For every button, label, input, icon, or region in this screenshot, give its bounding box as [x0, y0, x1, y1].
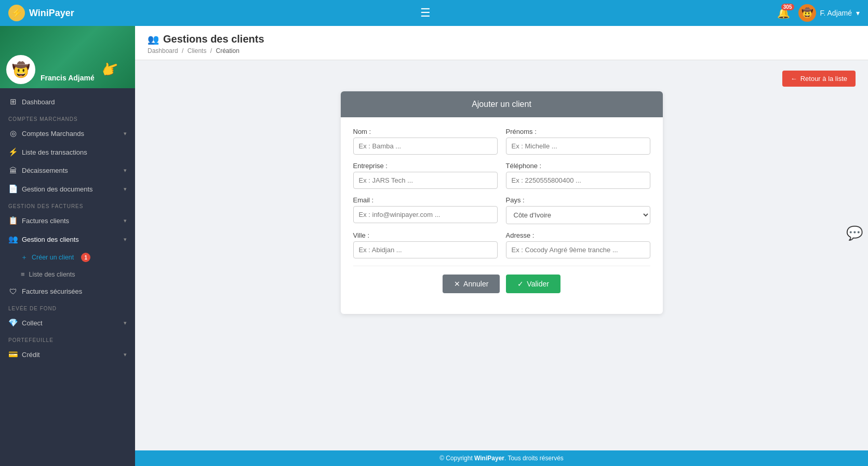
form-title: Ajouter un client [472, 100, 531, 108]
page-body: ← Retour à la liste Ajouter un client No… [135, 60, 868, 450]
sidebar-item-credit[interactable]: 💳 Crédit ▾ [0, 345, 135, 364]
breadcrumb-sep-1: / [182, 47, 183, 54]
validate-button[interactable]: ✓ Valider [506, 275, 560, 293]
cursor-arrow-icon: 👉 [99, 58, 122, 80]
cancel-button[interactable]: ✕ Annuler [443, 275, 500, 293]
decaissements-icon: 🏛 [8, 166, 18, 175]
form-divider [353, 266, 650, 266]
sidebar-sub-creer-client[interactable]: ＋ Créer un client 1 [0, 249, 135, 266]
sidebar-avatar: 🤠 [6, 55, 35, 84]
input-prenoms[interactable] [506, 138, 650, 155]
sidebar-item-dashboard[interactable]: ⊞ Dashboard [0, 92, 135, 111]
form-row-2: Entreprise : Téléphone : [353, 162, 650, 189]
sidebar-item-collect[interactable]: 💎 Collect ▾ [0, 313, 135, 332]
form-group-telephone: Téléphone : [506, 162, 650, 189]
collect-icon: 💎 [8, 318, 18, 327]
footer-copyright: © Copyright [439, 455, 474, 462]
footer-suffix: . Tous droits réservés [504, 455, 564, 462]
sidebar-item-decaissements[interactable]: 🏛 Décaissements ▾ [0, 161, 135, 180]
chevron-icon-5: ▾ [124, 236, 127, 243]
sidebar-sub-label-creer: Créer un client [32, 254, 74, 261]
shield-icon: 🛡 [8, 287, 18, 296]
form-actions: ✕ Annuler ✓ Valider [353, 275, 650, 304]
user-menu[interactable]: 🤠 F. Adjamé ▾ [798, 4, 860, 22]
chevron-icon-3: ▾ [124, 186, 127, 193]
page-header: 👥 Gestions des clients Dashboard / Clien… [135, 26, 868, 60]
badge-creer-client: 1 [81, 253, 90, 262]
sidebar-label-transactions: Liste des transactions [22, 148, 87, 156]
form-group-prenoms: Prénoms : [506, 128, 650, 155]
input-adresse[interactable] [506, 241, 650, 258]
chevron-icon-6: ▾ [124, 320, 127, 326]
back-label: Retour à la liste [800, 75, 847, 83]
menu-toggle-button[interactable]: ☰ [420, 6, 431, 20]
sidebar-item-comptes-marchands[interactable]: ◎ Comptes Marchands ▾ [0, 124, 135, 143]
label-telephone: Téléphone : [506, 162, 650, 170]
breadcrumb-clients[interactable]: Clients [188, 47, 207, 54]
label-pays: Pays : [506, 196, 650, 204]
footer-brand: WiniPayer [474, 455, 504, 462]
chevron-down-icon: ▾ [856, 9, 860, 17]
select-pays[interactable]: Côte d'Ivoire Sénégal Mali Guinée Burkin… [506, 206, 650, 224]
avatar: 🤠 [798, 4, 816, 22]
sidebar-label-collect: Collect [22, 319, 43, 327]
app-logo[interactable]: ⚡ WiniPayer [8, 5, 74, 21]
list-icon: ≡ [21, 270, 25, 278]
topnav: ⚡ WiniPayer ☰ 🔔 305 🤠 F. Adjamé ▾ [0, 0, 868, 26]
sidebar-username: Francis Adjamé [41, 74, 95, 82]
sidebar-nav: ⊞ Dashboard COMPTES MARCHANDS ◎ Comptes … [0, 88, 135, 466]
sidebar-label-documents: Gestion des documents [22, 185, 93, 193]
sidebar-item-factures-securisees[interactable]: 🛡 Factures sécurisées [0, 282, 135, 300]
section-title-portefeuille: PORTEFEUILLE [0, 332, 135, 345]
input-nom[interactable] [353, 138, 498, 155]
form-group-adresse: Adresse : [506, 231, 650, 258]
breadcrumb-sep-2: / [210, 47, 212, 54]
cancel-label: Annuler [463, 280, 488, 288]
label-prenoms: Prénoms : [506, 128, 650, 135]
credit-icon: 💳 [8, 350, 18, 359]
form-group-ville: Ville : [353, 231, 498, 258]
form-row-1: Nom : Prénoms : [353, 128, 650, 155]
label-entreprise: Entreprise : [353, 162, 498, 170]
sidebar-label-factures-securisees: Factures sécurisées [22, 287, 82, 295]
notification-bell[interactable]: 🔔 305 [777, 7, 790, 19]
sidebar-label-comptes: Comptes Marchands [22, 130, 84, 138]
sidebar-item-documents[interactable]: 📄 Gestion des documents ▾ [0, 180, 135, 198]
input-telephone[interactable] [506, 172, 650, 189]
back-icon: ← [791, 75, 797, 83]
form-row-4: Ville : Adresse : [353, 231, 650, 258]
chat-icon[interactable]: 💬 [846, 225, 863, 241]
sidebar-profile: 🤠 Francis Adjamé 👉 [0, 26, 135, 88]
page-title: 👥 Gestions des clients [148, 33, 856, 45]
section-title-levee: LEVÉE DE FOND [0, 300, 135, 313]
input-entreprise[interactable] [353, 172, 498, 189]
page-footer: © Copyright WiniPayer. Tous droits réser… [135, 450, 868, 466]
topnav-right: 🔔 305 🤠 F. Adjamé ▾ [777, 4, 860, 22]
chevron-icon-2: ▾ [124, 167, 127, 174]
sidebar-label-credit: Crédit [22, 351, 40, 359]
form-body: Nom : Prénoms : Entreprise : [341, 117, 663, 314]
user-name: F. Adjamé [820, 9, 852, 17]
chevron-icon: ▾ [124, 130, 127, 137]
sidebar-sub-label-liste: Liste des clients [29, 271, 75, 278]
chevron-icon-4: ▾ [124, 217, 127, 224]
form-group-email: Email : [353, 196, 498, 224]
input-email[interactable] [353, 206, 498, 223]
breadcrumb-dashboard[interactable]: Dashboard [148, 47, 178, 54]
label-email: Email : [353, 196, 498, 204]
chevron-icon-7: ▾ [124, 351, 127, 358]
sidebar-item-transactions[interactable]: ⚡ Liste des transactions [0, 143, 135, 161]
app-name: WiniPayer [29, 8, 74, 19]
sidebar: 🤠 Francis Adjamé 👉 ⊞ Dashboard COMPTES M… [0, 26, 135, 466]
cancel-icon: ✕ [454, 280, 460, 288]
sidebar-label-decaissements: Décaissements [22, 167, 68, 174]
back-to-list-button[interactable]: ← Retour à la liste [782, 71, 856, 87]
sidebar-item-factures-clients[interactable]: 📋 Factures clients ▾ [0, 211, 135, 230]
sidebar-sub-liste-clients[interactable]: ≡ Liste des clients [0, 266, 135, 282]
main-content: 👥 Gestions des clients Dashboard / Clien… [135, 26, 868, 466]
label-nom: Nom : [353, 128, 498, 135]
breadcrumb: Dashboard / Clients / Création [148, 47, 856, 54]
sidebar-item-gestion-clients[interactable]: 👥 Gestion des clients ▾ [0, 230, 135, 249]
input-ville[interactable] [353, 241, 498, 258]
form-group-pays: Pays : Côte d'Ivoire Sénégal Mali Guinée… [506, 196, 650, 224]
